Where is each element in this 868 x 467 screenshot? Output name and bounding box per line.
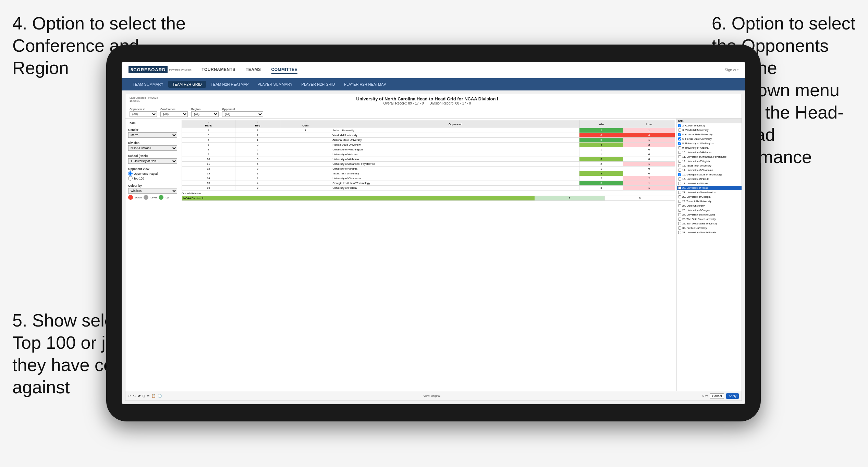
table-row: 2 1 1 Auburn University 2 1 (182, 128, 675, 133)
cut-icon[interactable]: ✂ (147, 394, 149, 398)
dropdown-item[interactable]: 23. Texas A&M University (677, 199, 742, 204)
dropdown-item[interactable]: 25. University of Oregon (677, 208, 742, 212)
team-label: Team (128, 121, 177, 125)
colour-section: Colour by Win/loss Down Level Up (128, 184, 177, 200)
dropdown-checkbox[interactable] (678, 124, 681, 127)
dropdown-checkbox[interactable] (678, 182, 681, 185)
dropdown-item[interactable]: 4. Arizona State University (677, 132, 742, 137)
dropdown-checkbox[interactable] (678, 204, 681, 207)
dropdown-item[interactable]: 24. Duke University (677, 204, 742, 208)
dropdown-item[interactable]: 9. University of Arizona (677, 146, 742, 150)
dropdown-item[interactable]: 22. University of Georgia (677, 195, 742, 199)
dropdown-checkbox[interactable] (678, 186, 681, 189)
dropdown-checkbox[interactable] (678, 164, 681, 167)
conference-filter-label: Conference (160, 108, 188, 111)
table-header-row: #Rank #Reg #Conf Opponent Win Loss (182, 120, 675, 128)
dropdown-item[interactable]: 8. University of Washington (677, 141, 742, 146)
dropdown-item[interactable]: 16. University of Florida (677, 177, 742, 181)
cell-opponent: University of Arkansas, Fayetteville (331, 162, 579, 167)
dropdown-checkbox[interactable] (678, 173, 681, 176)
nav-signout[interactable]: Sign out (725, 68, 738, 72)
apply-button[interactable]: Apply (726, 393, 739, 399)
dropdown-item[interactable]: 14. University of Oklahoma (677, 168, 742, 172)
dropdown-item[interactable]: 31. University of North Florida (677, 230, 742, 235)
dropdown-checkbox[interactable] (678, 128, 681, 132)
division-select[interactable]: NCAA Division I (128, 145, 177, 151)
dropdown-checkbox[interactable] (678, 137, 681, 140)
subnav-player-summary[interactable]: PLAYER SUMMARY (254, 81, 297, 88)
top100-radio[interactable]: Top 100 (128, 176, 177, 181)
cell-win: 5 (579, 138, 623, 143)
dropdown-checkbox[interactable] (678, 226, 681, 230)
out-division-header: Out of division (182, 192, 675, 195)
subnav-team-h2h-heatmap[interactable]: TEAM H2H HEATMAP (207, 81, 253, 88)
cell-opponent: University of Florida (331, 186, 579, 191)
dropdown-item[interactable]: 12. University of Virginia (677, 159, 742, 163)
cell-win: 1 (579, 167, 623, 171)
school-select[interactable]: 1. University of Nort... (128, 158, 177, 164)
subnav-player-h2h-heatmap[interactable]: PLAYER H2H HEATMAP (340, 81, 390, 88)
dropdown-checkbox[interactable] (678, 142, 681, 145)
redo-icon[interactable]: ↪ (133, 394, 136, 398)
opponent-filter-select[interactable]: (All) (222, 111, 263, 117)
dropdown-header: (All) (677, 119, 742, 123)
colour-select[interactable]: Win/loss (128, 188, 177, 194)
dropdown-checkbox[interactable] (678, 151, 681, 154)
dropdown-item[interactable]: 2. Auburn University (677, 123, 742, 128)
copy-icon[interactable]: ⎘ (143, 394, 145, 398)
dropdown-item[interactable]: 10. University of Alabama (677, 150, 742, 155)
dropdown-item[interactable]: 3. Vanderbilt University (677, 128, 742, 132)
dropdown-checkbox[interactable] (678, 195, 681, 198)
dropdown-items-container: 2. Auburn University3. Vanderbilt Univer… (677, 123, 742, 235)
undo-icon[interactable]: ↩ (128, 394, 131, 398)
dropdown-checkbox[interactable] (678, 213, 681, 216)
dropdown-checkbox[interactable] (678, 222, 681, 225)
dropdown-checkbox[interactable] (678, 200, 681, 203)
cell-rank: 8 (182, 147, 235, 152)
dropdown-item[interactable]: 17. University of Illinois (677, 181, 742, 186)
gender-select[interactable]: Men's (128, 132, 177, 138)
cell-reg: 2 (235, 176, 280, 181)
dropdown-checkbox[interactable] (678, 160, 681, 163)
cell-loss: 0 (623, 157, 675, 162)
dropdown-item-label: 10. University of Alabama (682, 151, 711, 154)
dropdown-checkbox[interactable] (678, 169, 681, 172)
dropdown-item-label: 28. The Ohio State University (682, 218, 716, 221)
dropdown-item[interactable]: 29. San Diego State University (677, 221, 742, 226)
nav-committee[interactable]: COMMITTEE (271, 66, 298, 74)
nav-tournaments[interactable]: TOURNAMENTS (201, 66, 235, 74)
region-filter-select[interactable]: (All) (191, 111, 219, 117)
dropdown-checkbox[interactable] (678, 177, 681, 181)
nav-teams[interactable]: TEAMS (246, 66, 261, 74)
dropdown-item[interactable]: 20. University of Texas (677, 186, 742, 190)
cell-loss: 2 (623, 143, 675, 147)
dropdown-item[interactable]: 11. University of Arkansas, Fayetteville (677, 155, 742, 159)
dropdown-checkbox[interactable] (678, 209, 681, 212)
dropdown-checkbox[interactable] (678, 155, 681, 158)
dropdown-item[interactable]: 27. University of Notre Dame (677, 212, 742, 217)
cancel-button[interactable]: Cancel (710, 393, 724, 399)
subnav-team-h2h-grid[interactable]: TEAM H2H GRID (168, 81, 206, 88)
dropdown-checkbox[interactable] (678, 218, 681, 221)
dropdown-item[interactable]: 30. Purdue University (677, 226, 742, 230)
opponents-played-radio[interactable]: Opponents Played (128, 171, 177, 176)
paste-icon[interactable]: 📋 (151, 394, 156, 398)
dropdown-checkbox[interactable] (678, 133, 681, 136)
dropdown-item[interactable]: 28. The Ohio State University (677, 217, 742, 221)
dropdown-checkbox[interactable] (678, 231, 681, 234)
dropdown-item[interactable]: 13. Texas Tech University (677, 163, 742, 168)
nav-items: TOURNAMENTS TEAMS COMMITTEE (201, 66, 724, 74)
cell-loss: 2 (623, 176, 675, 181)
conference-filter-select[interactable]: (All) (160, 111, 188, 117)
dropdown-item[interactable]: 21. University of New Mexico (677, 190, 742, 195)
refresh-icon[interactable]: ⟳ (138, 394, 140, 398)
cell-conf (280, 171, 331, 176)
table-row: 13 1 Texas Tech University 3 0 (182, 171, 675, 176)
subnav-player-h2h-grid[interactable]: PLAYER H2H GRID (297, 81, 339, 88)
dropdown-item[interactable]: 15. Georgia Institute of Technology (677, 172, 742, 177)
subnav-team-summary[interactable]: TEAM SUMMARY (129, 81, 168, 88)
opponents-filter-select[interactable]: (All) (130, 111, 157, 117)
dropdown-checkbox[interactable] (678, 146, 681, 149)
dropdown-checkbox[interactable] (678, 191, 681, 194)
dropdown-item[interactable]: 6. Florida State University (677, 137, 742, 141)
